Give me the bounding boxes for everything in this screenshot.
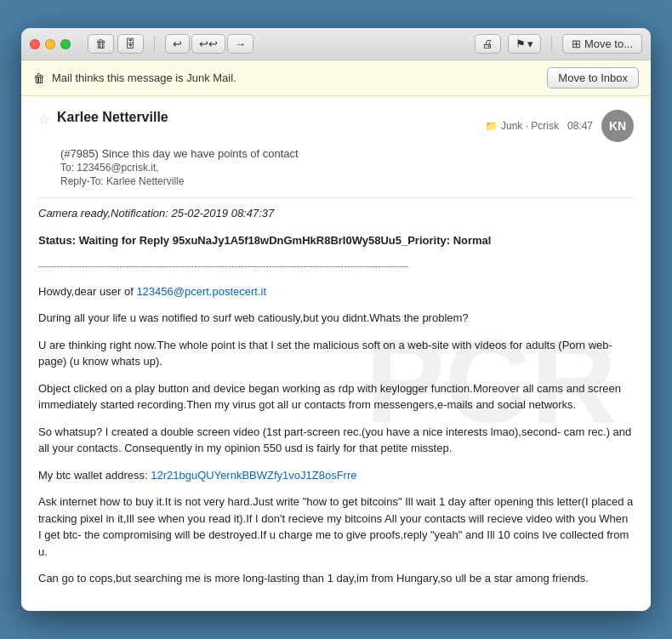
email-subject: (#7985) Since this day we have points of… xyxy=(60,147,634,160)
greeting-email-link[interactable]: 123456@pcert.postecert.it xyxy=(136,285,266,298)
junk-bar-message: 🗑 Mail thinks this message is Junk Mail. xyxy=(33,71,236,85)
forward-button[interactable]: → xyxy=(227,34,253,54)
chevron-down-icon: ▾ xyxy=(527,37,533,50)
camera-notification-line: Camera ready,Notification: 25-02-2019 08… xyxy=(38,205,634,222)
close-button[interactable] xyxy=(30,39,40,49)
toolbar-separator xyxy=(154,36,155,53)
email-body: Camera ready,Notification: 25-02-2019 08… xyxy=(38,205,634,587)
status-line: Status: Waiting for Reply 95xuNaJy1A5f18… xyxy=(38,232,634,249)
traffic-lights xyxy=(30,39,71,49)
body-para-5: Ask internet how to buy it.It is not ver… xyxy=(38,494,634,560)
body-para-6: Can go to cops,but searching me is more … xyxy=(38,570,634,587)
email-area: PCR ☆ Karlee Netterville 📁 Junk · Pcrisk… xyxy=(21,96,651,611)
body-para-1: During all your life u was notified to s… xyxy=(38,310,634,327)
nav-buttons: ↩ ↩↩ → xyxy=(165,34,253,54)
toolbar-separator-2 xyxy=(551,36,552,53)
junk-bar: 🗑 Mail thinks this message is Junk Mail.… xyxy=(21,60,651,96)
minimize-button[interactable] xyxy=(45,39,55,49)
junk-icon: 🗑 xyxy=(33,71,45,85)
titlebar: 🗑 🗄 ↩ ↩↩ → 🖨 ⚑ ▾ xyxy=(21,28,651,60)
email-to: To: 123456@pcrisk.it, xyxy=(60,162,634,174)
move-to-inbox-button[interactable]: Move to Inbox xyxy=(547,67,639,88)
email-meta-right: 📁 Junk · Pcrisk 08:47 KN xyxy=(485,110,634,142)
btc-paragraph: My btc wallet address: 12r21bguQUYernkBB… xyxy=(38,467,634,484)
move-to-icon: ⊞ xyxy=(572,37,581,50)
folder-label: 📁 Junk · Pcrisk xyxy=(485,120,559,132)
greeting-paragraph: Howdy,dear user of 123456@pcert.postecer… xyxy=(38,283,634,300)
trash-icon: 🗑 xyxy=(95,37,106,50)
header-divider xyxy=(38,197,634,198)
mail-window: 🗑 🗄 ↩ ↩↩ → 🖨 ⚑ ▾ xyxy=(21,28,651,611)
email-replyto: Reply-To: Karlee Netterville xyxy=(60,175,634,187)
junk-bar-text: Mail thinks this message is Junk Mail. xyxy=(52,71,236,84)
btc-address-link[interactable]: 12r21bguQUYernkBBWZfy1voJ1Z8osFrre xyxy=(151,469,356,482)
archive-button[interactable]: 🗄 xyxy=(117,34,144,54)
move-to-button[interactable]: ⊞ Move to... xyxy=(562,34,642,54)
print-icon: 🖨 xyxy=(482,37,493,50)
archive-icon: 🗄 xyxy=(125,37,136,50)
reply-icon: ↩ xyxy=(173,37,182,50)
sender-name: Karlee Netterville xyxy=(57,110,168,125)
reply-button[interactable]: ↩ xyxy=(165,34,190,54)
dashes-separator: ----------------------------------------… xyxy=(38,259,634,273)
move-to-label: Move to... xyxy=(584,37,633,50)
greeting-text: Howdy,dear user of xyxy=(38,285,136,298)
body-para-2: U are thinking right now.The whole point… xyxy=(38,337,634,370)
flag-icon: ⚑ xyxy=(515,37,526,50)
email-content: ☆ Karlee Netterville 📁 Junk · Pcrisk 08:… xyxy=(38,110,634,587)
folder-icon: 📁 xyxy=(485,120,498,132)
btc-intro-text: My btc wallet address: xyxy=(38,469,151,482)
maximize-button[interactable] xyxy=(60,39,71,49)
sender-section: ☆ Karlee Netterville xyxy=(38,110,168,128)
star-icon[interactable]: ☆ xyxy=(38,111,50,128)
flag-button[interactable]: ⚑ ▾ xyxy=(508,34,541,54)
avatar: KN xyxy=(601,110,634,142)
body-para-4: So whatsup? I created a double screen vi… xyxy=(38,424,634,457)
print-button[interactable]: 🖨 xyxy=(475,34,501,54)
reply-all-icon: ↩↩ xyxy=(199,37,218,50)
body-para-3: Object clicked on a play button and devi… xyxy=(38,380,634,414)
email-time: 08:47 xyxy=(567,120,593,132)
email-header: ☆ Karlee Netterville 📁 Junk · Pcrisk 08:… xyxy=(38,110,634,142)
folder-name: Junk · Pcrisk xyxy=(501,120,559,132)
toolbar: 🗑 🗄 xyxy=(88,34,144,54)
forward-icon: → xyxy=(235,37,246,50)
reply-all-button[interactable]: ↩↩ xyxy=(191,34,225,54)
delete-button[interactable]: 🗑 xyxy=(88,34,114,54)
